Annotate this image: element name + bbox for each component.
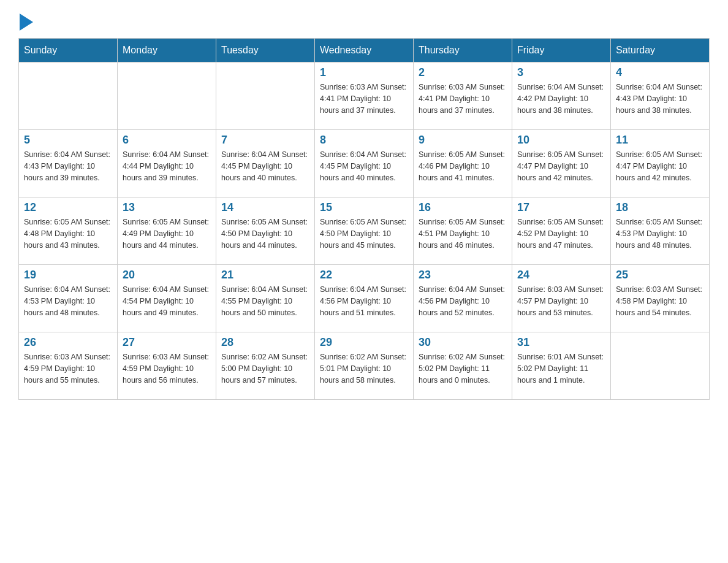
calendar-cell: 25Sunrise: 6:03 AM Sunset: 4:58 PM Dayli… xyxy=(611,265,710,332)
day-info: Sunrise: 6:05 AM Sunset: 4:46 PM Dayligh… xyxy=(419,149,507,183)
calendar-cell: 31Sunrise: 6:01 AM Sunset: 5:02 PM Dayli… xyxy=(512,332,611,400)
calendar-cell xyxy=(611,332,710,400)
day-number: 30 xyxy=(419,336,507,349)
day-number: 19 xyxy=(24,269,112,282)
calendar-cell: 24Sunrise: 6:03 AM Sunset: 4:57 PM Dayli… xyxy=(512,265,611,332)
calendar-cell xyxy=(216,63,315,130)
day-info: Sunrise: 6:01 AM Sunset: 5:02 PM Dayligh… xyxy=(517,351,605,386)
weekday-header-sunday: Sunday xyxy=(19,39,118,63)
day-number: 20 xyxy=(123,269,211,282)
day-number: 15 xyxy=(320,201,408,214)
calendar-cell: 21Sunrise: 6:04 AM Sunset: 4:55 PM Dayli… xyxy=(216,265,315,332)
calendar-cell: 3Sunrise: 6:04 AM Sunset: 4:42 PM Daylig… xyxy=(512,63,611,130)
calendar-cell: 30Sunrise: 6:02 AM Sunset: 5:02 PM Dayli… xyxy=(414,332,512,400)
day-number: 3 xyxy=(517,66,605,79)
day-info: Sunrise: 6:04 AM Sunset: 4:54 PM Dayligh… xyxy=(123,284,211,318)
day-info: Sunrise: 6:04 AM Sunset: 4:45 PM Dayligh… xyxy=(221,149,309,183)
day-number: 5 xyxy=(24,134,112,147)
calendar-cell: 14Sunrise: 6:05 AM Sunset: 4:50 PM Dayli… xyxy=(216,197,315,265)
calendar-cell: 13Sunrise: 6:05 AM Sunset: 4:49 PM Dayli… xyxy=(118,197,216,265)
day-number: 31 xyxy=(517,336,605,349)
day-number: 16 xyxy=(419,201,507,214)
day-info: Sunrise: 6:04 AM Sunset: 4:56 PM Dayligh… xyxy=(320,284,408,318)
day-info: Sunrise: 6:05 AM Sunset: 4:47 PM Dayligh… xyxy=(517,149,605,183)
day-number: 22 xyxy=(320,269,408,282)
day-info: Sunrise: 6:03 AM Sunset: 4:59 PM Dayligh… xyxy=(123,351,211,386)
calendar-week-1: 1Sunrise: 6:03 AM Sunset: 4:41 PM Daylig… xyxy=(19,63,710,130)
calendar-week-3: 12Sunrise: 6:05 AM Sunset: 4:48 PM Dayli… xyxy=(19,197,710,265)
day-number: 24 xyxy=(517,269,605,282)
day-number: 17 xyxy=(517,201,605,214)
day-number: 2 xyxy=(419,66,507,79)
day-number: 10 xyxy=(517,134,605,147)
calendar-cell: 7Sunrise: 6:04 AM Sunset: 4:45 PM Daylig… xyxy=(216,130,315,197)
calendar-cell: 4Sunrise: 6:04 AM Sunset: 4:43 PM Daylig… xyxy=(611,63,710,130)
svg-marker-0 xyxy=(20,13,33,31)
day-number: 4 xyxy=(616,66,704,79)
day-number: 9 xyxy=(419,134,507,147)
calendar-cell: 8Sunrise: 6:04 AM Sunset: 4:45 PM Daylig… xyxy=(315,130,414,197)
day-info: Sunrise: 6:03 AM Sunset: 4:41 PM Dayligh… xyxy=(320,82,408,116)
calendar-cell: 16Sunrise: 6:05 AM Sunset: 4:51 PM Dayli… xyxy=(414,197,512,265)
day-info: Sunrise: 6:04 AM Sunset: 4:45 PM Dayligh… xyxy=(320,149,408,183)
day-info: Sunrise: 6:05 AM Sunset: 4:52 PM Dayligh… xyxy=(517,216,605,251)
calendar-cell: 15Sunrise: 6:05 AM Sunset: 4:50 PM Dayli… xyxy=(315,197,414,265)
weekday-header-row: SundayMondayTuesdayWednesdayThursdayFrid… xyxy=(19,39,710,63)
day-info: Sunrise: 6:05 AM Sunset: 4:48 PM Dayligh… xyxy=(24,216,112,251)
calendar-cell: 17Sunrise: 6:05 AM Sunset: 4:52 PM Dayli… xyxy=(512,197,611,265)
day-info: Sunrise: 6:04 AM Sunset: 4:55 PM Dayligh… xyxy=(221,284,309,318)
calendar-cell: 10Sunrise: 6:05 AM Sunset: 4:47 PM Dayli… xyxy=(512,130,611,197)
day-info: Sunrise: 6:04 AM Sunset: 4:42 PM Dayligh… xyxy=(517,82,605,116)
weekday-header-friday: Friday xyxy=(512,39,611,63)
day-info: Sunrise: 6:04 AM Sunset: 4:43 PM Dayligh… xyxy=(616,82,704,116)
calendar-week-2: 5Sunrise: 6:04 AM Sunset: 4:43 PM Daylig… xyxy=(19,130,710,197)
calendar-cell: 23Sunrise: 6:04 AM Sunset: 4:56 PM Dayli… xyxy=(414,265,512,332)
logo-triangle-icon xyxy=(20,13,33,31)
calendar-cell: 12Sunrise: 6:05 AM Sunset: 4:48 PM Dayli… xyxy=(19,197,118,265)
day-info: Sunrise: 6:03 AM Sunset: 4:58 PM Dayligh… xyxy=(616,284,704,318)
day-number: 25 xyxy=(616,269,704,282)
day-info: Sunrise: 6:02 AM Sunset: 5:02 PM Dayligh… xyxy=(419,351,507,386)
calendar-body: 1Sunrise: 6:03 AM Sunset: 4:41 PM Daylig… xyxy=(19,63,710,400)
day-number: 7 xyxy=(221,134,309,147)
day-number: 11 xyxy=(616,134,704,147)
calendar-cell xyxy=(118,63,216,130)
calendar-cell: 22Sunrise: 6:04 AM Sunset: 4:56 PM Dayli… xyxy=(315,265,414,332)
day-number: 26 xyxy=(24,336,112,349)
day-number: 27 xyxy=(123,336,211,349)
calendar-cell: 2Sunrise: 6:03 AM Sunset: 4:41 PM Daylig… xyxy=(414,63,512,130)
calendar-cell: 19Sunrise: 6:04 AM Sunset: 4:53 PM Dayli… xyxy=(19,265,118,332)
calendar-cell: 27Sunrise: 6:03 AM Sunset: 4:59 PM Dayli… xyxy=(118,332,216,400)
day-info: Sunrise: 6:03 AM Sunset: 4:41 PM Dayligh… xyxy=(419,82,507,116)
day-number: 1 xyxy=(320,66,408,79)
day-info: Sunrise: 6:04 AM Sunset: 4:53 PM Dayligh… xyxy=(24,284,112,318)
calendar-cell: 6Sunrise: 6:04 AM Sunset: 4:44 PM Daylig… xyxy=(118,130,216,197)
calendar-cell: 18Sunrise: 6:05 AM Sunset: 4:53 PM Dayli… xyxy=(611,197,710,265)
day-info: Sunrise: 6:04 AM Sunset: 4:56 PM Dayligh… xyxy=(419,284,507,318)
day-number: 29 xyxy=(320,336,408,349)
calendar-cell: 20Sunrise: 6:04 AM Sunset: 4:54 PM Dayli… xyxy=(118,265,216,332)
day-info: Sunrise: 6:03 AM Sunset: 4:57 PM Dayligh… xyxy=(517,284,605,318)
day-info: Sunrise: 6:05 AM Sunset: 4:49 PM Dayligh… xyxy=(123,216,211,251)
day-info: Sunrise: 6:04 AM Sunset: 4:43 PM Dayligh… xyxy=(24,149,112,183)
weekday-header-tuesday: Tuesday xyxy=(216,39,315,63)
calendar-cell: 11Sunrise: 6:05 AM Sunset: 4:47 PM Dayli… xyxy=(611,130,710,197)
calendar-cell: 29Sunrise: 6:02 AM Sunset: 5:01 PM Dayli… xyxy=(315,332,414,400)
day-info: Sunrise: 6:02 AM Sunset: 5:00 PM Dayligh… xyxy=(221,351,309,386)
day-number: 18 xyxy=(616,201,704,214)
day-number: 23 xyxy=(419,269,507,282)
day-number: 13 xyxy=(123,201,211,214)
day-number: 14 xyxy=(221,201,309,214)
day-number: 28 xyxy=(221,336,309,349)
day-info: Sunrise: 6:02 AM Sunset: 5:01 PM Dayligh… xyxy=(320,351,408,386)
day-info: Sunrise: 6:03 AM Sunset: 4:59 PM Dayligh… xyxy=(24,351,112,386)
day-info: Sunrise: 6:04 AM Sunset: 4:44 PM Dayligh… xyxy=(123,149,211,183)
day-info: Sunrise: 6:05 AM Sunset: 4:51 PM Dayligh… xyxy=(419,216,507,251)
weekday-header-wednesday: Wednesday xyxy=(315,39,414,63)
day-number: 12 xyxy=(24,201,112,214)
day-number: 21 xyxy=(221,269,309,282)
calendar-cell xyxy=(19,63,118,130)
day-info: Sunrise: 6:05 AM Sunset: 4:50 PM Dayligh… xyxy=(320,216,408,251)
calendar-cell: 9Sunrise: 6:05 AM Sunset: 4:46 PM Daylig… xyxy=(414,130,512,197)
calendar-header: SundayMondayTuesdayWednesdayThursdayFrid… xyxy=(19,39,710,63)
